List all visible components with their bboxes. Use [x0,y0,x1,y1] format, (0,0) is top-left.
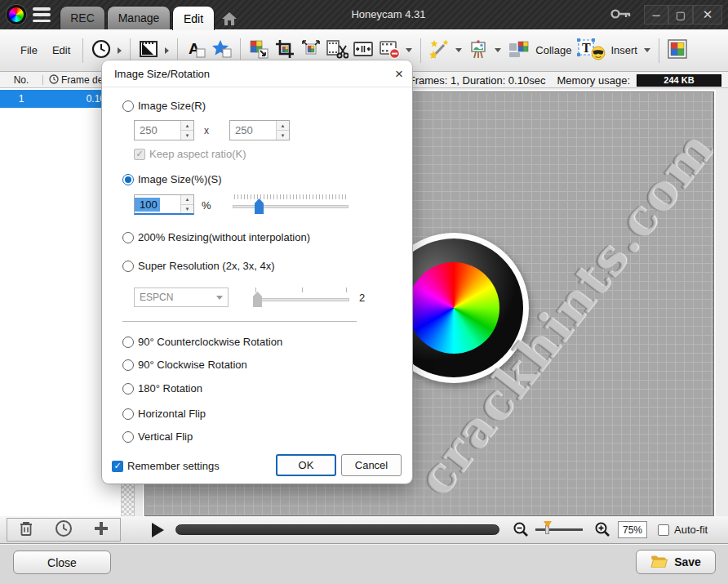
toolbar-separator [130,38,131,63]
home-icon[interactable] [217,8,242,29]
minimize-button[interactable]: ─ [644,5,668,25]
width-spinner[interactable]: 250 ▲▼ [134,120,194,140]
seek-bar[interactable] [175,524,499,535]
scale-slider[interactable] [253,288,349,307]
remove-frame-dropdown-arrow[interactable] [406,48,412,52]
collage-button[interactable] [504,36,534,65]
image-icon [667,38,688,63]
percent-spinner[interactable]: 100 ▲▼ [134,194,194,215]
radio-circle[interactable] [122,337,134,348]
collage-icon [508,38,530,63]
title-bar: REC Manage Edit Honeycam 4.31 ─ ▢ ✕ [0,0,728,29]
checkbox-check-icon[interactable]: ✓ [134,149,145,160]
column-no[interactable]: No. [0,74,42,86]
width-up-arrow[interactable]: ▲ [181,121,193,131]
text-a-icon: A [185,38,206,63]
radio-180-rotation[interactable]: 180° Rotation [122,382,202,395]
scissors-film-icon [326,38,348,63]
play-button[interactable] [152,523,164,537]
insert-button[interactable]: T [575,36,609,65]
radio-circle[interactable] [122,100,134,112]
model-dropdown[interactable]: ESPCN [134,288,229,307]
delete-frame-button[interactable] [18,519,34,541]
radio-circle[interactable] [122,408,134,420]
toolbar-separator [240,38,241,63]
ok-button[interactable]: OK [276,454,336,476]
license-key-icon[interactable] [610,8,632,23]
playback-bar: 75% Auto-fit [0,516,728,544]
height-value[interactable]: 250 [230,121,276,140]
radio-ccw-rotation[interactable]: 90° Counterclockwise Rotation [122,336,282,348]
add-frame-button[interactable] [93,520,109,540]
percent-sign: % [202,199,211,212]
height-down-arrow[interactable]: ▼ [277,131,289,140]
frame-delay-expand-arrow[interactable] [118,47,122,54]
menu-hamburger-icon[interactable] [33,7,51,22]
close-button[interactable]: Close [13,551,111,574]
percent-slider-thumb[interactable] [255,198,264,214]
frame-tools-expand-arrow[interactable] [165,47,169,54]
percent-slider[interactable] [233,194,348,214]
width-down-arrow[interactable]: ▼ [181,131,193,140]
radio-circle[interactable] [122,359,134,371]
radio-circle[interactable] [122,232,134,243]
merge-frames-icon [353,38,374,63]
zoom-in-button[interactable] [594,521,610,541]
autofit-checkbox[interactable]: Auto-fit [658,524,708,536]
radio-circle[interactable] [122,261,134,272]
height-up-arrow[interactable]: ▲ [277,121,289,131]
radio-horizontal-flip[interactable]: Horizontal Flip [122,408,206,420]
insert-dropdown-arrow[interactable] [644,48,650,52]
insert-label[interactable]: Insert [610,44,637,56]
clock-icon [91,38,112,63]
dialog-separator [122,321,357,322]
percent-up-arrow[interactable]: ▲ [181,195,193,205]
close-window-button[interactable]: ✕ [693,5,722,25]
radio-200-resizing[interactable]: 200% Resizing(without interpolation) [122,231,310,243]
frame-delay-time-button[interactable] [55,519,73,541]
effects-button[interactable] [426,36,452,65]
width-value[interactable]: 250 [135,121,180,140]
tab-manage[interactable]: Manage [107,6,171,29]
frame-tools-box [7,518,121,542]
zoom-level-box[interactable]: 75% [618,521,647,538]
draw-button[interactable] [465,36,491,65]
svg-text:T: T [582,41,591,55]
zoom-marker-icon [544,521,552,528]
toolbar-separator [82,38,83,63]
image-size-rotation-dialog: Image Size/Rotation × Image Size(R) 250 … [102,60,412,484]
radio-cw-rotation[interactable]: 90° Clockwise Rotation [122,359,247,371]
tab-edit[interactable]: Edit [172,6,215,30]
checkbox-check-icon[interactable]: ✓ [112,461,123,472]
radio-circle[interactable] [122,383,134,395]
radio-circle-checked[interactable] [122,174,134,185]
percent-value[interactable]: 100 [135,198,160,212]
tab-rec[interactable]: REC [60,6,105,29]
radio-image-size-percent[interactable]: Image Size(%)(S) [122,173,222,185]
film-frame-icon [138,38,159,63]
checkbox-empty[interactable] [658,524,669,536]
radio-circle[interactable] [122,431,134,443]
image-tool-button[interactable] [664,36,690,65]
remember-settings-checkbox[interactable]: ✓ Remember settings [112,460,220,472]
collage-label[interactable]: Collage [535,44,571,56]
dialog-close-icon[interactable]: × [389,65,409,84]
height-spinner[interactable]: 250 ▲▼ [229,120,290,140]
menu-file[interactable]: File [13,39,45,61]
cancel-button[interactable]: Cancel [341,454,402,476]
maximize-button[interactable]: ▢ [668,5,693,25]
save-button[interactable]: Save [636,550,716,574]
radio-image-size[interactable]: Image Size(R) [122,100,206,112]
percent-down-arrow[interactable]: ▼ [181,205,193,214]
scale-slider-thumb[interactable] [253,292,262,307]
effects-dropdown-arrow[interactable] [455,48,462,52]
radio-super-resolution[interactable]: Super Resolution (2x, 3x, 4x) [122,260,275,272]
zoom-slider[interactable] [535,528,583,531]
menu-edit[interactable]: Edit [45,39,78,61]
radio-vertical-flip[interactable]: Vertical Flip [122,430,193,443]
window-title: Honeycam 4.31 [323,8,454,20]
zoom-out-button[interactable] [513,521,529,541]
draw-dropdown-arrow[interactable] [495,48,501,52]
keep-aspect-checkbox[interactable]: ✓ Keep aspect ratio(K) [134,148,246,160]
honeycam-logo-icon [7,5,26,25]
